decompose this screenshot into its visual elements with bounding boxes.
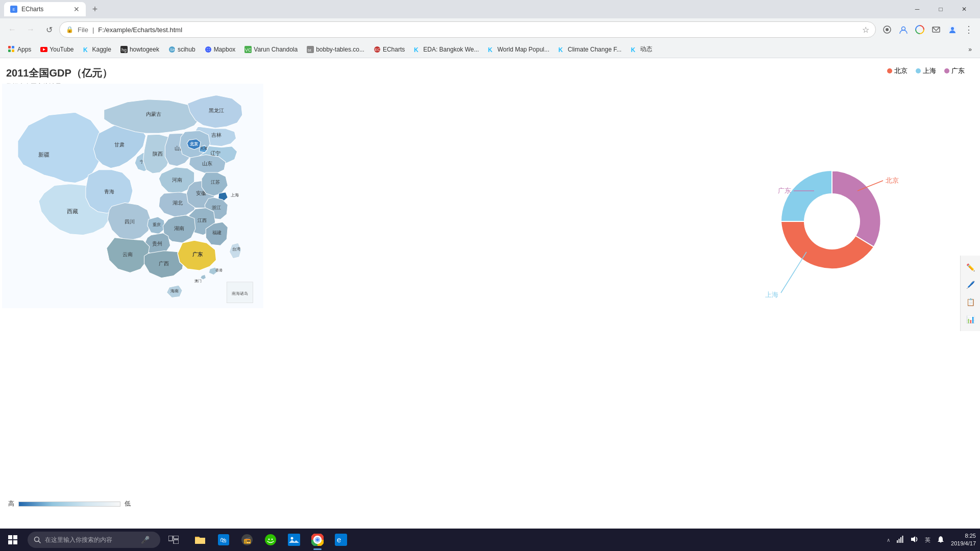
shanghai-map-label: 上海 [231,193,239,197]
close-button[interactable]: ✕ [952,0,976,18]
bookmark-apps-label: Apps [17,46,31,53]
more-button[interactable]: ⋮ [962,22,976,37]
svg-marker-58 [911,536,915,542]
svg-rect-11 [8,49,11,52]
network-icon[interactable] [894,533,906,547]
wechat-button[interactable] [259,529,282,551]
account-icon[interactable] [896,22,911,37]
bookmark-echarts[interactable]: EC ECharts [370,43,409,56]
apps-icon [8,46,15,53]
bookmark-howtogeek[interactable]: hg howtogeek [116,43,163,56]
hunan-label: 湖南 [174,226,184,231]
taskbar-right: ∧ 英 8:25 2019/4/17 [885,532,980,548]
bookmark-bobby[interactable]: bt bobby-tables.co... [303,43,369,56]
bookmarks-bar: Apps YouTube K Kaggle hg howtogeek [0,41,980,58]
notification-icon[interactable] [935,533,947,547]
edge-button[interactable]: e [330,529,352,551]
hidden-icons-button[interactable]: ∧ [885,535,892,545]
svg-text:📻: 📻 [243,536,251,544]
svg-point-47 [291,537,293,540]
hong-kong-label: 香港 [215,268,223,272]
refresh-button[interactable]: ↺ [41,21,57,38]
legend-guangdong-label: 广东 [951,66,965,76]
store-button[interactable]: 🛍 [212,529,235,551]
worldmap-icon: K [488,46,495,53]
xinjiang-label: 新疆 [38,152,50,158]
star-icon[interactable]: ☆ [862,25,869,35]
dynamic-icon: K [631,46,638,53]
address-bar[interactable]: 🔒 File | F:/example/Echarts/test.html ☆ [59,21,876,38]
language-indicator[interactable]: 英 [923,534,933,546]
taskbar-search-input[interactable] [45,536,137,543]
pen-tool-button[interactable]: 🖊️ [963,277,978,292]
page-content: 2011全国GDP（亿元） 数据来自国家统计局 北京 上海 广东 [0,58,980,529]
bookmark-apps[interactable]: Apps [4,43,35,56]
bookmark-worldmap[interactable]: K World Map Popul... [484,43,553,56]
svg-rect-36 [168,536,173,541]
bookmark-dynamic[interactable]: K 动态 [627,43,656,56]
photos-icon [288,534,300,546]
microphone-icon[interactable]: 🎤 [141,536,150,544]
bookmark-varun[interactable]: VC Varun Chandola [240,43,302,56]
hainan-label: 海南 [170,289,179,293]
bookmark-youtube[interactable]: YouTube [36,43,78,56]
back-button[interactable]: ← [4,21,20,38]
svg-point-45 [272,539,273,540]
tab-close-button[interactable]: ✕ [74,5,80,13]
volume-icon[interactable] [909,533,921,547]
account-circle-icon[interactable] [945,22,960,37]
forward-button[interactable]: → [22,21,39,38]
china-map[interactable]: 新疆 西藏 青海 甘肃 内蒙古 黑龙江 吉林 [0,84,265,308]
shanghai-line [781,252,806,293]
browser-tab[interactable]: E ECharts ✕ [4,2,86,16]
bookmark-eda[interactable]: K EDA: Bangkok We... [410,43,483,56]
clipboard-tool-button[interactable]: 📋 [963,294,978,310]
color-scale: 高 低 [8,499,131,508]
svg-text:SH: SH [170,47,176,52]
svg-rect-55 [899,539,900,543]
task-view-button[interactable] [162,529,185,551]
bookmark-climate[interactable]: K Climate Change F... [554,43,625,56]
chrome-button[interactable] [306,529,329,551]
bookmark-kaggle-label: Kaggle [92,46,111,53]
chart-tool-button[interactable]: 📊 [963,312,978,327]
bookmark-dynamic-label: 动态 [640,45,652,54]
shandong-label: 山东 [202,161,212,166]
yunnan-label: 云南 [122,252,133,257]
media-player-icon: 📻 [241,534,253,545]
start-button[interactable] [0,529,26,551]
varun-icon: VC [244,46,252,53]
bookmark-echarts-label: ECharts [383,46,405,53]
google-icon[interactable] [913,22,927,37]
maximize-button[interactable]: □ [929,0,952,18]
bookmark-scihub[interactable]: SH scihub [164,43,200,56]
photos-button[interactable] [283,529,305,551]
bookmark-more[interactable]: » [964,43,976,56]
svg-rect-56 [900,537,901,543]
bookmark-kaggle[interactable]: K Kaggle [79,43,115,56]
bookmark-climate-label: Climate Change F... [568,46,621,53]
taskbar-apps: 🛍 📻 [189,529,352,551]
sidebar-tools: ✏️ 🖊️ 📋 📊 [960,256,980,331]
scale-bar [18,502,120,507]
svg-rect-57 [902,536,903,543]
legend-guangdong: 广东 [944,66,965,76]
minimize-button[interactable]: ─ [905,0,929,18]
pencil-tool-button[interactable]: ✏️ [963,260,978,275]
extensions-icon[interactable] [880,22,894,37]
new-tab-button[interactable]: + [88,2,102,16]
system-tray: ∧ 英 [885,533,947,547]
taskbar-search[interactable]: 🎤 [28,532,160,548]
bookmark-mapbox[interactable]: Mapbox [201,43,240,56]
file-explorer-button[interactable] [189,529,211,551]
url-scheme: File [78,26,88,34]
svg-point-43 [265,534,276,545]
scale-low-label: 低 [125,499,131,508]
legend-beijing-dot [887,68,892,73]
svg-rect-10 [12,46,14,48]
mail-icon[interactable] [929,22,943,37]
bobby-icon: bt [307,46,314,53]
svg-text:K: K [414,46,419,53]
taskbar-clock[interactable]: 8:25 2019/4/17 [951,532,976,548]
media-player-button[interactable]: 📻 [236,529,258,551]
